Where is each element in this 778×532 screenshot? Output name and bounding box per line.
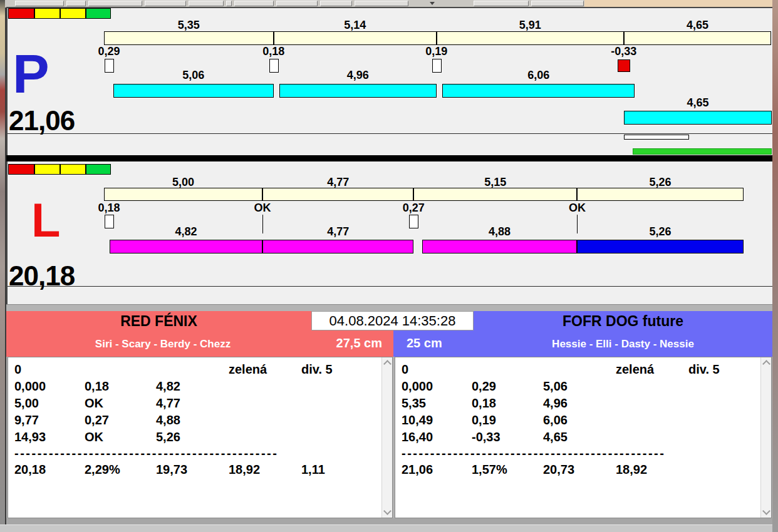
run-bar-segment	[279, 84, 437, 98]
sheet-cell: 5,00	[14, 396, 39, 411]
panel-total: 21,06	[9, 105, 75, 136]
team-right-name: FOFR DOG future	[474, 313, 772, 330]
sheet-header-cell: div. 5	[688, 362, 720, 377]
plan-segment-label: 5,15	[484, 176, 506, 189]
checkpoint-label: 0,18	[262, 45, 284, 58]
run-segment-label: 4,77	[327, 225, 349, 238]
sheet-cell: 9,77	[14, 413, 39, 427]
sheet-header-cell: 0	[14, 362, 21, 377]
sheet-separator: ----------------------------------------…	[14, 446, 278, 461]
sheet-header-cell: div. 5	[301, 362, 333, 377]
results-textarea-right[interactable]: 0zelenádiv. 50,0000,295,065,350,184,9610…	[395, 357, 772, 518]
checkpoint-box	[432, 59, 442, 73]
app-screen: 5,355,145,914,650,290,180,19-0,335,064,9…	[0, 0, 778, 532]
checkpoint-box	[105, 215, 114, 228]
sheet-cell: 0,000	[14, 379, 46, 394]
checkpoint-tick	[577, 215, 578, 233]
sheet-cell: 4,82	[156, 379, 180, 394]
run-bar-segment	[110, 240, 262, 253]
run-bar-segment	[422, 240, 577, 253]
window-right-border	[772, 0, 778, 532]
plan-bar-segment	[413, 188, 577, 201]
plan-segment-label: 4,77	[327, 176, 349, 189]
plan-bar-segment	[274, 31, 437, 45]
checkpoint-label: 0,19	[425, 45, 447, 58]
checkpoint-label: 0,27	[403, 202, 425, 215]
sheet-cell: -0,33	[472, 430, 501, 444]
team-right-height: 25 cm	[407, 336, 442, 350]
legend-box-2	[60, 164, 86, 175]
checkpoint-box	[269, 59, 279, 73]
panel-total: 20,18	[9, 260, 75, 292]
panel-letter: P	[13, 49, 49, 98]
checkpoint-box	[105, 59, 114, 73]
plan-bar-segment	[624, 31, 771, 45]
aux-bar-white	[624, 135, 689, 140]
plan-segment-label: 4,65	[687, 19, 708, 32]
sheet-cell: 4,77	[156, 396, 180, 411]
sheet-cell: 4,65	[543, 430, 568, 444]
plan-segment-label: 5,26	[649, 176, 671, 189]
results-text-right: 0zelenádiv. 50,0000,295,065,350,184,9610…	[395, 357, 760, 518]
timing-chart-area: 5,355,145,914,650,290,180,19-0,335,064,9…	[0, 0, 778, 311]
results-text-left: 0zelenádiv. 50,0000,184,825,00OK4,779,77…	[8, 357, 381, 518]
plan-segment-label: 5,35	[178, 19, 200, 32]
sheet-cell: OK	[85, 430, 103, 444]
sheet-summary-cell: 18,92	[229, 463, 260, 477]
run-segment-label: 4,96	[347, 69, 369, 82]
sheet-cell: 0,18	[85, 379, 109, 394]
checkpoint-label: OK	[254, 202, 271, 215]
sheet-cell: 14,93	[14, 430, 46, 444]
sheet-summary-cell: 18,92	[616, 463, 647, 477]
scroll-down-button[interactable]	[761, 507, 771, 518]
sheet-cell: 0,19	[472, 413, 496, 427]
checkpoint-label: 0,29	[98, 45, 120, 58]
run-bar-segment	[442, 84, 635, 98]
chevron-up-icon	[383, 360, 392, 368]
legend-box-2	[60, 8, 86, 19]
legend-box-0	[8, 8, 34, 19]
sheet-cell: 0,27	[85, 413, 109, 427]
team-right-dogs: Hessie - Elli - Dasty - Nessie	[474, 338, 772, 350]
sheet-cell: 5,26	[156, 430, 180, 444]
checkpoint-label: -0,33	[611, 45, 636, 58]
plan-segment-label: 5,14	[344, 19, 366, 32]
run-segment-label: 5,06	[182, 69, 204, 82]
plan-bar-segment	[104, 31, 274, 45]
sheet-summary-cell: 20,73	[543, 463, 574, 477]
sheet-separator: ----------------------------------------…	[402, 446, 665, 461]
results-textarea-left[interactable]: 0zelenádiv. 50,0000,184,825,00OK4,779,77…	[8, 357, 393, 518]
fault-box	[618, 59, 630, 72]
bottom-border-band	[6, 518, 772, 524]
sheet-summary-cell: 1,57%	[472, 463, 507, 477]
plan-bar-segment	[577, 188, 744, 201]
plan-segment-label: 5,91	[519, 19, 541, 32]
sheet-summary-cell: 20,18	[14, 463, 46, 477]
run-bar-segment	[577, 240, 744, 253]
sheet-cell: 5,35	[402, 396, 426, 411]
plan-segment-label: 5,00	[172, 176, 194, 189]
sheet-cell: 16,40	[402, 430, 433, 444]
scrollbar-left[interactable]	[381, 357, 392, 518]
sheet-header-cell: 0	[402, 362, 408, 377]
sheet-summary-cell: 21,06	[402, 463, 433, 477]
scroll-down-button[interactable]	[382, 507, 392, 518]
scroll-up-button[interactable]	[382, 357, 392, 368]
scrollbar-right[interactable]	[760, 357, 771, 518]
sheet-header-cell: zelená	[616, 362, 654, 377]
run-segment-label: 6,06	[527, 69, 549, 82]
team-left-name: RED FÉNIX	[6, 313, 311, 330]
run-segment-label: 4,65	[687, 96, 708, 110]
sheet-summary-cell: 1,11	[301, 463, 325, 477]
run-bar-segment	[624, 111, 771, 125]
legend-box-1	[34, 8, 60, 19]
sheet-cell: 4,96	[543, 396, 568, 411]
datetime-display: 04.08.2024 14:35:28	[311, 311, 474, 330]
sheet-summary-cell: 2,29%	[85, 463, 120, 477]
team-left-dogs: Siri - Scary - Berdy - Chezz	[6, 338, 319, 350]
scroll-up-button[interactable]	[761, 357, 771, 368]
sheet-cell: 5,06	[543, 379, 568, 394]
run-bar-segment	[262, 240, 413, 253]
chevron-down-icon	[383, 507, 392, 515]
plan-bar-segment	[104, 188, 262, 201]
